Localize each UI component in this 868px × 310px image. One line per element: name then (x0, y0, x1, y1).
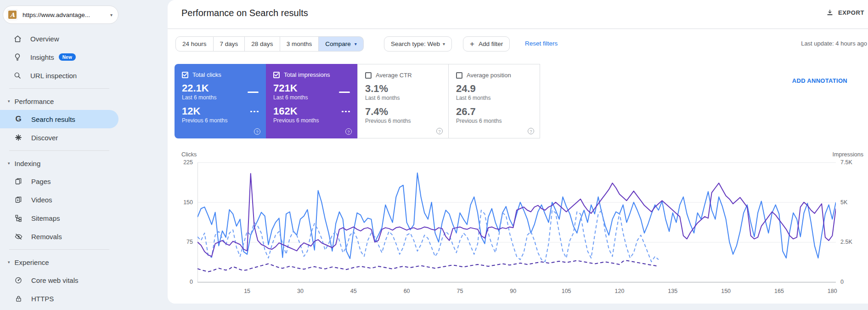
sidebar-item-label: Overview (30, 35, 59, 43)
property-selector[interactable]: A https://www.advantage... ▾ (3, 6, 118, 24)
range-3-months-button[interactable]: 3 months (280, 36, 319, 52)
speedometer-icon (14, 276, 23, 285)
sidebar-section-experience[interactable]: ▾Experience (0, 253, 118, 271)
metric-card-total-impressions[interactable]: Total impressions721KLast 6 months162KPr… (266, 64, 357, 138)
x-axis-tick: 90 (510, 288, 516, 294)
sidebar-divider (9, 150, 109, 151)
add-filter-button[interactable]: + Add filter (463, 36, 510, 52)
metric-previous-value: 26.7 (456, 106, 532, 117)
pages-icon (14, 177, 23, 186)
last-update-text: Last update: 4 hours ago (801, 40, 867, 47)
chevron-down-icon: ▾ (355, 41, 357, 46)
solid-line-legend-icon (339, 92, 350, 93)
compare-button[interactable]: Compare▾ (319, 36, 364, 52)
metric-previous-period: Previous 6 months (456, 117, 532, 125)
help-icon[interactable]: ? (528, 128, 534, 134)
sidebar-section-label: Performance (15, 98, 54, 105)
x-axis-tick: 105 (562, 288, 571, 294)
range-24-hours-button[interactable]: 24 hours (175, 36, 214, 52)
x-axis-tick: 180 (828, 288, 837, 294)
checkbox-checked-icon[interactable] (273, 72, 280, 78)
reset-filters-link[interactable]: Reset filters (525, 40, 558, 47)
sidebar-item-url-inspection[interactable]: URL inspection (0, 66, 118, 85)
header-divider (168, 29, 868, 29)
metric-card-average-ctr[interactable]: Average CTR3.1%Last 6 months7.4%Previous… (357, 64, 449, 138)
sidebar-item-label: Insights (30, 53, 54, 61)
chevron-down-icon: ▾ (8, 161, 10, 166)
sidebar-section-performance[interactable]: ▾Performance (0, 92, 118, 110)
x-axis-tick: 150 (721, 288, 731, 294)
checkbox-checked-icon[interactable] (182, 72, 188, 78)
right-axis-title: Impressions (833, 151, 863, 158)
sidebar-item-pages[interactable]: Pages (0, 172, 118, 190)
metric-previous-value: 12K (182, 106, 259, 117)
favicon-letter: A (8, 11, 17, 19)
metric-previous-value: 162K (273, 106, 350, 117)
export-label: EXPORT (838, 9, 864, 16)
sidebar-section-indexing[interactable]: ▾Indexing (0, 155, 118, 172)
help-icon[interactable]: ? (254, 128, 260, 135)
sidebar-item-videos[interactable]: Videos (0, 190, 118, 209)
chevron-down-icon: ▾ (443, 41, 445, 46)
metric-cards: Total clicks22.1KLast 6 months12KPreviou… (175, 64, 540, 138)
add-annotation-link[interactable]: ADD ANNOTATION (792, 77, 847, 84)
x-axis-tick: 75 (457, 288, 463, 294)
sidebar-item-overview[interactable]: Overview (0, 29, 118, 48)
sidebar-section-label: Experience (15, 258, 49, 266)
chevron-down-icon: ▾ (8, 99, 10, 103)
metric-current-value: 22.1K (182, 83, 259, 94)
metric-card-average-position[interactable]: Average position24.9Last 6 months26.7Pre… (449, 64, 540, 138)
x-axis-tick: 135 (668, 288, 677, 294)
lightbulb-icon (13, 52, 22, 62)
sidebar: A https://www.advantage... ▾ OverviewIns… (0, 0, 168, 310)
metric-card-label: Total impressions (284, 71, 330, 78)
range-7-days-button[interactable]: 7 days (214, 36, 245, 52)
sidebar-item-label: Videos (31, 196, 52, 204)
x-axis-tick: 120 (615, 288, 625, 294)
sidebar-item-label: Search results (31, 115, 75, 123)
help-icon[interactable]: ? (436, 128, 443, 134)
x-axis-tick: 45 (350, 288, 357, 294)
compare-label: Compare (325, 40, 351, 47)
sidebar-section-label: Indexing (15, 160, 41, 167)
export-button[interactable]: EXPORT (826, 9, 864, 16)
metric-current-value: 24.9 (456, 83, 532, 94)
metric-current-period: Last 6 months (365, 94, 441, 102)
checkbox-unchecked-icon[interactable] (456, 72, 462, 79)
sitemap-icon (14, 213, 23, 223)
metric-card-total-clicks[interactable]: Total clicks22.1KLast 6 months12KPreviou… (175, 64, 266, 138)
sidebar-item-removals[interactable]: Removals (0, 227, 118, 246)
left-axis-tick: 150 (171, 199, 193, 206)
card-label-row: Average position (456, 72, 532, 79)
home-icon (13, 34, 22, 43)
sidebar-item-sitemaps[interactable]: Sitemaps (0, 209, 118, 227)
search-type-filter[interactable]: Search type: Web ▾ (384, 36, 452, 52)
dashed-line-legend-icon (340, 111, 350, 112)
sidebar-item-insights[interactable]: InsightsNew (0, 48, 118, 66)
videos-icon (14, 195, 23, 204)
checkbox-unchecked-icon[interactable] (365, 72, 372, 79)
chart-series-impressions-previous-6-months (197, 261, 659, 272)
asterisk-icon (14, 133, 23, 142)
metric-current-value: 721K (273, 83, 350, 94)
metric-previous-period: Previous 6 months (273, 117, 350, 124)
metric-card-label: Total clicks (192, 71, 221, 78)
range-28-days-button[interactable]: 28 days (245, 36, 280, 52)
metric-previous-period: Previous 6 months (182, 117, 259, 124)
sidebar-item-search-results[interactable]: GSearch results (0, 110, 118, 128)
help-icon[interactable]: ? (345, 128, 352, 135)
chevron-down-icon: ▾ (8, 260, 10, 264)
left-axis-tick: 0 (171, 278, 193, 286)
metric-card-label: Average CTR (376, 72, 412, 79)
right-axis-tick: 0 (840, 278, 844, 286)
left-axis-tick: 225 (171, 159, 193, 166)
add-filter-label: Add filter (479, 40, 503, 47)
search-type-label: Search type: Web (391, 40, 440, 47)
google-g-icon: G (14, 115, 23, 124)
performance-chart[interactable] (197, 162, 836, 282)
metric-card-label: Average position (467, 72, 511, 79)
sidebar-item-discover[interactable]: Discover (0, 128, 118, 147)
sidebar-item-core-web-vitals[interactable]: Core web vitals (0, 271, 118, 289)
sidebar-item-https[interactable]: HTTPS (0, 289, 118, 308)
lock-icon (14, 294, 23, 303)
